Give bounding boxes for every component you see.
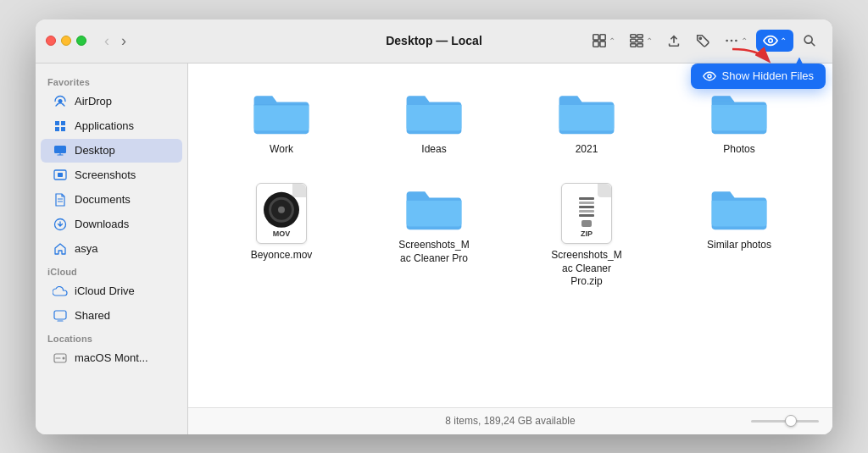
photos-label: Photos: [723, 143, 754, 157]
screenshots-mac-label: Screenshots_Mac Cleaner Pro: [396, 239, 472, 265]
search-icon: [802, 33, 817, 48]
eye-button[interactable]: ⌃: [756, 30, 793, 52]
icloud-drive-label: iCloud Drive: [75, 285, 135, 297]
favorites-label: Favorites: [36, 72, 187, 89]
file-item-screenshots-zip[interactable]: ZIP Screenshots_Mac Cleaner Pro.zip: [514, 176, 659, 296]
file-item-2021[interactable]: 2021: [514, 80, 659, 163]
show-hidden-files-label: Show Hidden Files: [722, 69, 814, 82]
applications-label: Applications: [75, 119, 134, 132]
zoom-slider[interactable]: [751, 420, 819, 423]
statusbar: 8 items, 189,24 GB available: [188, 407, 832, 434]
mov-inner-circle: [264, 192, 299, 228]
statusbar-text: 8 items, 189,24 GB available: [445, 415, 575, 427]
airdrop-icon: [53, 94, 68, 109]
work-folder-icon: [251, 87, 312, 138]
shared-label: Shared: [75, 309, 110, 322]
view-grid-button[interactable]: ⌃: [587, 30, 620, 52]
traffic-lights: [46, 36, 86, 46]
svg-rect-0: [593, 35, 598, 40]
downloads-label: Downloads: [75, 218, 129, 230]
beyonce-mov-icon: MOV: [256, 183, 307, 244]
svg-rect-25: [54, 311, 66, 319]
sidebar-item-applications[interactable]: Applications: [41, 114, 182, 138]
titlebar: ‹ › Desktop — Local ⌃: [36, 19, 832, 64]
main-content: Favorites AirDrop Application: [36, 64, 832, 434]
screenshots-label: Screenshots: [75, 168, 136, 181]
svg-point-11: [726, 40, 728, 42]
sidebar-item-icloud-drive[interactable]: iCloud Drive: [41, 279, 182, 303]
zip-badge: ZIP: [581, 229, 593, 238]
sidebar-item-airdrop[interactable]: AirDrop: [41, 90, 182, 113]
screenshots-zip-label: Screenshots_Mac Cleaner Pro.zip: [548, 249, 625, 289]
eye-chevron-icon: ⌃: [780, 36, 787, 46]
svg-point-12: [731, 40, 733, 42]
view-chevron-icon: ⌃: [609, 36, 615, 46]
home-label: asya: [75, 242, 97, 255]
sidebar-item-home[interactable]: asya: [41, 237, 182, 261]
photos-folder-icon: [709, 87, 770, 138]
forward-button[interactable]: ›: [117, 30, 131, 52]
view-options-button[interactable]: ⌃: [624, 30, 658, 52]
disk-icon: [53, 351, 68, 366]
sidebar-item-desktop[interactable]: Desktop: [41, 139, 182, 163]
tag-icon: [695, 33, 710, 48]
sidebar-item-downloads[interactable]: Downloads: [41, 213, 182, 236]
zip-line-3: [579, 206, 594, 208]
file-item-similar-photos[interactable]: Similar photos: [666, 176, 812, 296]
file-item-work[interactable]: Work: [209, 80, 354, 163]
file-item-ideas[interactable]: Ideas: [361, 80, 507, 163]
back-button[interactable]: ‹: [100, 30, 114, 52]
svg-rect-3: [600, 41, 605, 47]
slider-track: [751, 420, 819, 423]
mov-center: [278, 207, 285, 213]
file-item-screenshots-mac[interactable]: Screenshots_Mac Cleaner Pro: [361, 176, 507, 296]
desktop-label: Desktop: [75, 144, 115, 157]
tag-button[interactable]: [690, 30, 715, 52]
share-button[interactable]: [661, 30, 687, 52]
svg-line-16: [811, 42, 815, 46]
close-button[interactable]: [46, 36, 56, 46]
minimize-button[interactable]: [61, 36, 71, 46]
maximize-button[interactable]: [76, 36, 86, 46]
zip-zipper: [579, 197, 594, 227]
sidebar-item-macos[interactable]: macOS Mont...: [41, 346, 182, 370]
tooltip-eye-icon: [703, 69, 716, 83]
zip-line-2: [579, 202, 594, 204]
sidebar-item-screenshots[interactable]: Screenshots: [41, 163, 182, 187]
more-chevron-icon: ⌃: [741, 36, 748, 46]
svg-rect-2: [593, 41, 598, 47]
svg-point-27: [63, 356, 65, 359]
zip-line-5: [579, 214, 594, 217]
2021-label: 2021: [576, 143, 598, 157]
shared-icon: [53, 308, 68, 323]
search-button[interactable]: [797, 30, 822, 52]
icloud-icon: [53, 284, 68, 299]
downloads-icon: [53, 217, 68, 232]
airdrop-label: AirDrop: [75, 95, 112, 108]
file-item-photos[interactable]: Photos: [666, 80, 812, 163]
svg-rect-8: [631, 44, 636, 47]
documents-label: Documents: [75, 193, 131, 206]
more-button[interactable]: ⌃: [719, 30, 753, 52]
more-icon: [724, 33, 739, 48]
svg-rect-21: [58, 173, 63, 177]
similar-photos-folder-icon: [709, 183, 770, 234]
toolbar-controls: ⌃ ⌃: [587, 30, 822, 52]
svg-point-17: [708, 75, 711, 78]
window-title: Desktop — Local: [386, 34, 482, 47]
svg-point-10: [699, 37, 701, 39]
zip-pull: [581, 220, 592, 227]
options-chevron-icon: ⌃: [646, 36, 653, 46]
sidebar-item-shared[interactable]: Shared: [41, 304, 182, 328]
zip-line-1: [579, 197, 594, 200]
file-item-beyonce[interactable]: MOV Beyonce.mov: [209, 176, 354, 296]
similar-photos-label: Similar photos: [707, 239, 771, 252]
file-content: Work Ideas: [188, 64, 832, 434]
svg-rect-19: [54, 146, 66, 153]
nav-arrows: ‹ ›: [100, 30, 131, 52]
macos-label: macOS Mont...: [75, 351, 148, 364]
ideas-label: Ideas: [421, 143, 446, 157]
eye-icon: [763, 33, 778, 48]
sidebar-item-documents[interactable]: Documents: [41, 188, 182, 212]
svg-rect-9: [637, 44, 643, 47]
